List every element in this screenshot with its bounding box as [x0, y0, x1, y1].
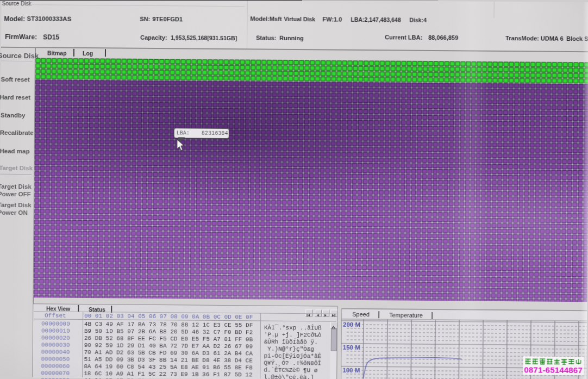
svg-text:100 M: 100 M: [342, 367, 360, 374]
svg-text:Temperature: Temperature: [389, 312, 423, 318]
svg-text:Speed: Speed: [352, 311, 370, 318]
svg-text:200 M: 200 M: [343, 321, 360, 328]
svg-text:150 M: 150 M: [343, 344, 360, 351]
